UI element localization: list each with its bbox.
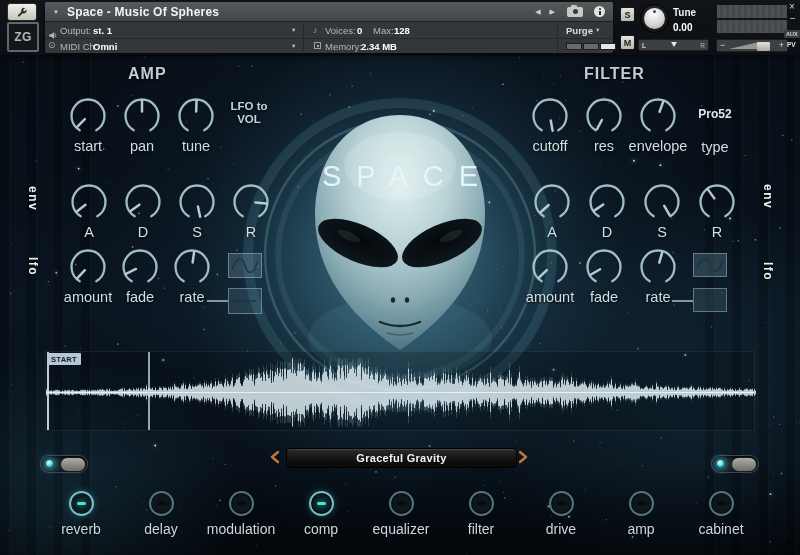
fx-button-comp[interactable]: comp [281, 491, 361, 537]
playback-position-marker[interactable] [148, 352, 150, 430]
tune-knob[interactable] [640, 4, 669, 33]
knob-D[interactable]: D [123, 182, 163, 240]
toggle-led-left [46, 460, 53, 467]
knob-S[interactable]: S [642, 182, 682, 240]
fx-button-drive[interactable]: drive [521, 491, 601, 537]
knob-label: A [84, 224, 94, 240]
next-instrument-icon[interactable]: ▶ [550, 8, 555, 16]
lfo-right-label: lfo [761, 262, 775, 281]
aux-button[interactable]: AUX [784, 30, 800, 38]
preset-selector[interactable]: Graceful Gravity [286, 448, 517, 468]
volume-handle[interactable] [757, 42, 770, 51]
wrench-icon [15, 7, 29, 18]
preset-prev-icon[interactable] [269, 450, 281, 464]
volume-minus-icon[interactable]: − [720, 40, 725, 50]
knob-start[interactable]: start [68, 96, 108, 154]
lfo-waveform-display-left[interactable] [228, 253, 262, 278]
knob-cutoff[interactable]: cutoff [530, 96, 570, 154]
knob-A[interactable]: A [532, 182, 572, 240]
knob-label: A [547, 224, 557, 240]
fx-button-cabinet[interactable]: cabinet [681, 491, 761, 537]
knob-label: S [657, 224, 667, 240]
midi-icon: ⊙ [48, 40, 56, 50]
toggle-switch-left[interactable] [40, 455, 88, 473]
max-voices-value[interactable]: 128 [394, 25, 410, 36]
rate-connector-right [672, 300, 693, 302]
knob-tune[interactable]: tune [176, 96, 216, 154]
mini-meter [583, 43, 599, 50]
pan-slider[interactable]: L R [638, 39, 709, 51]
midi-dropdown-icon[interactable]: ▼ [291, 43, 296, 49]
knob-R[interactable]: R [697, 182, 737, 240]
knob-amount[interactable]: amount [68, 247, 108, 305]
output-value[interactable]: st. 1 [93, 25, 112, 36]
knob-R[interactable]: R [231, 182, 271, 240]
fx-button-filter[interactable]: filter [441, 491, 521, 537]
knob-res[interactable]: res [584, 96, 624, 154]
knob-D[interactable]: D [587, 182, 627, 240]
toggle-handle-left[interactable] [61, 458, 85, 471]
fx-ring [69, 491, 94, 516]
volume-ramp [729, 42, 759, 49]
fx-button-reverb[interactable]: reverb [41, 491, 121, 537]
prev-instrument-icon[interactable]: ◀ [535, 8, 540, 16]
lfo-left-knob-row: amountfaderate [68, 247, 212, 305]
toggle-switch-right[interactable] [711, 455, 759, 473]
knob-rate[interactable]: rate [172, 247, 212, 305]
purge-menu[interactable]: Purge [566, 25, 593, 36]
info-icon[interactable] [594, 6, 605, 17]
env-left-label: env [26, 186, 40, 211]
knob-amount[interactable]: amount [530, 247, 570, 305]
fx-led [557, 502, 566, 506]
tune-knob-pointer [653, 10, 656, 13]
lfo-shape-selector-left[interactable] [228, 288, 262, 314]
knob-label: start [74, 138, 102, 154]
start-marker-tag[interactable]: START [47, 353, 81, 365]
knob-envelope[interactable]: envelope [638, 96, 678, 154]
knob-pan[interactable]: pan [122, 96, 162, 154]
snapshot-camera-icon[interactable] [567, 7, 583, 17]
volume-slider[interactable]: − + [716, 39, 788, 52]
plugin-window: SPACE ZG ▼ Space - Music Of Spheres ◀ ▶ [0, 0, 800, 555]
close-icon[interactable]: × [789, 1, 795, 12]
edit-wrench-button[interactable] [7, 3, 37, 21]
fx-ring [469, 491, 494, 516]
fx-ring [149, 491, 174, 516]
fx-label: cabinet [698, 521, 743, 537]
collapse-caret-icon[interactable]: ▼ [53, 9, 59, 15]
info-dot [599, 8, 601, 10]
volume-plus-icon[interactable]: + [779, 40, 784, 50]
preset-next-icon[interactable] [517, 450, 529, 464]
fx-button-modulation[interactable]: modulation [201, 491, 281, 537]
lfo-waveform-display-right[interactable] [693, 253, 727, 277]
voices-value: 0 [357, 25, 362, 36]
fx-button-equalizer[interactable]: equalizer [361, 491, 441, 537]
filter-type-value[interactable]: Pro52 [697, 107, 733, 121]
knob-rate[interactable]: rate [638, 247, 678, 305]
solo-button[interactable]: S [620, 7, 635, 22]
fx-button-delay[interactable]: delay [121, 491, 201, 537]
fx-button-amp[interactable]: amp [601, 491, 681, 537]
midi-channel-value[interactable]: Omni [93, 41, 117, 52]
filter-section-title: FILTER [584, 65, 645, 83]
fx-label: delay [144, 521, 177, 537]
knob-fade[interactable]: fade [120, 247, 160, 305]
knob-label: D [602, 224, 612, 240]
fx-label: modulation [207, 521, 276, 537]
pan-marker-icon[interactable] [671, 42, 677, 47]
minimize-icon[interactable]: − [790, 13, 796, 24]
knob-fade[interactable]: fade [584, 247, 624, 305]
toggle-handle-right[interactable] [732, 458, 756, 471]
purge-dropdown-icon[interactable]: ▼ [595, 27, 600, 33]
knob-A[interactable]: A [69, 182, 109, 240]
sample-waveform-panel[interactable]: START [45, 351, 755, 431]
level-meter-left [716, 4, 788, 19]
output-label: Output: [60, 25, 91, 36]
knob-S[interactable]: S [177, 182, 217, 240]
lfo-shape-selector-right[interactable] [693, 288, 727, 312]
output-dropdown-icon[interactable]: ▼ [291, 27, 296, 33]
pv-button[interactable]: PV [787, 41, 796, 48]
mute-button[interactable]: M [620, 35, 635, 50]
tune-value[interactable]: 0.00 [673, 22, 692, 33]
pan-right-label: R [700, 42, 705, 49]
